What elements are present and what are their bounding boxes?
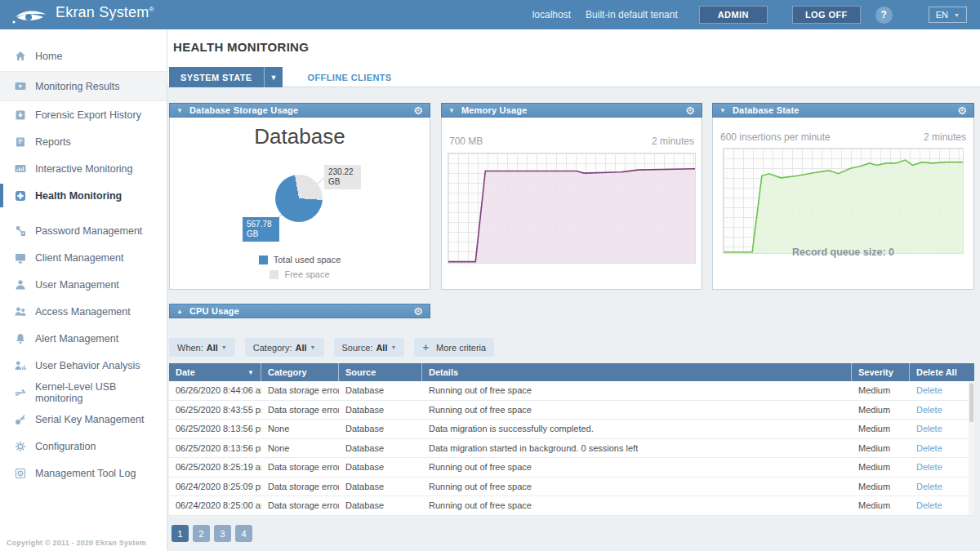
page-button-2[interactable]: 2	[193, 525, 210, 542]
delete-link[interactable]: Delete	[910, 420, 974, 438]
sidebar-item-client-management[interactable]: Client Management	[0, 244, 167, 271]
help-icon[interactable]: ?	[875, 7, 893, 24]
expand-icon[interactable]: ▲	[176, 308, 183, 315]
more-criteria-button[interactable]: +More criteria	[414, 338, 494, 357]
filter-when[interactable]: When:All▼	[169, 338, 235, 357]
column-header-source[interactable]: Source	[339, 363, 422, 381]
sidebar-item-monitoring-results[interactable]: Monitoring Results	[0, 72, 167, 101]
sidebar-item-management-tool-log[interactable]: Management Tool Log	[0, 460, 167, 487]
sidebar-item-label: Serial Key Management	[35, 414, 144, 425]
pagination: 1234	[172, 525, 252, 542]
tab-dropdown-chevron[interactable]: ▼	[264, 67, 283, 87]
table-row[interactable]: 06/25/2020 8:13:56 pmNoneDatabaseData mi…	[169, 420, 974, 439]
panel-cpu-usage-header[interactable]: ▲ CPU Usage ⚙	[169, 304, 430, 318]
x-axis-label: 2 minutes	[924, 131, 966, 143]
page-button-3[interactable]: 3	[214, 525, 231, 542]
cell-category: None	[261, 420, 339, 438]
delete-link[interactable]: Delete	[910, 439, 974, 458]
scrollbar-thumb[interactable]	[969, 383, 973, 422]
column-header-category[interactable]: Category	[261, 363, 339, 381]
cell-source: Database	[339, 439, 422, 458]
chevron-down-icon: ▼	[221, 344, 227, 350]
access-management-icon	[14, 305, 28, 318]
page-button-1[interactable]: 1	[172, 525, 189, 542]
gear-icon[interactable]: ⚙	[413, 105, 423, 116]
gear-icon[interactable]: ⚙	[957, 105, 967, 116]
sidebar-item-home[interactable]: Home	[0, 42, 167, 72]
collapse-icon[interactable]: ▼	[176, 107, 183, 114]
tab-system-state[interactable]: SYSTEM STATE	[169, 67, 264, 87]
sidebar-item-password-management[interactable]: Password Management	[0, 217, 167, 244]
sidebar-item-label: Password Management	[35, 225, 142, 237]
column-header-delete-all[interactable]: Delete All	[910, 363, 974, 381]
panel-memory-usage: ▼ Memory Usage ⚙ 700 MB 2 minutes	[441, 103, 702, 290]
panel-memory-usage-header[interactable]: ▼ Memory Usage ⚙	[441, 103, 702, 118]
panel-cpu-usage: ▲ CPU Usage ⚙	[169, 304, 430, 318]
chevron-down-icon: ▼	[310, 344, 316, 350]
sidebar-item-access-management[interactable]: Access Management	[0, 298, 167, 325]
sidebar-item-user-management[interactable]: User Management	[0, 271, 167, 298]
delete-link[interactable]: Delete	[910, 458, 974, 477]
column-header-severity[interactable]: Severity	[852, 363, 910, 381]
page-button-4[interactable]: 4	[235, 525, 252, 542]
filter-source[interactable]: Source:All▼	[334, 338, 405, 357]
sort-desc-icon[interactable]: ▼	[247, 369, 254, 376]
panel-title: Database State	[733, 105, 800, 115]
filter-category[interactable]: Category:All▼	[245, 338, 324, 357]
sidebar-item-interactive-monitoring[interactable]: Interactive Monitoring	[0, 155, 167, 182]
panel-database-state-header[interactable]: ▼ Database State ⚙	[712, 103, 974, 118]
sidebar-item-kernel-level-usb-monitoring[interactable]: Kernel-Level USB monitoring	[0, 379, 167, 406]
logoff-button[interactable]: LOG OFF	[792, 6, 861, 24]
monitoring-results-icon	[14, 80, 28, 93]
table-row[interactable]: 06/24/2020 8:25:09 pmData storage errorD…	[169, 478, 974, 497]
cell-category: Data storage error	[261, 458, 339, 477]
table-scrollbar[interactable]	[969, 382, 974, 515]
collapse-icon[interactable]: ▼	[719, 107, 726, 114]
used-space-callout: 567.78 GB	[243, 217, 279, 242]
home-icon	[14, 50, 28, 63]
configuration-icon	[14, 440, 28, 453]
table-row[interactable]: 06/25/2020 8:25:19 amData storage errorD…	[169, 458, 974, 478]
tab-offline-clients[interactable]: OFFLINE CLIENTS	[292, 67, 406, 87]
topbar: Ekran System® localhost Built-in default…	[0, 0, 980, 29]
cell-date: 06/26/2020 8:44:06 am	[169, 381, 261, 400]
pie-chart-title: Database	[170, 124, 430, 149]
cell-category: Data storage error	[261, 381, 339, 400]
sidebar-item-reports[interactable]: Reports	[0, 128, 167, 155]
cell-details: Running out of free space	[422, 458, 852, 477]
sidebar-item-configuration[interactable]: Configuration	[0, 433, 167, 460]
copyright-text: Copyright © 2011 - 2020 Ekran System	[7, 539, 146, 547]
gear-icon[interactable]: ⚙	[685, 105, 695, 116]
legend-swatch-used	[259, 256, 268, 264]
delete-link[interactable]: Delete	[910, 401, 974, 420]
table-row[interactable]: 06/26/2020 8:44:06 amData storage errorD…	[169, 381, 974, 401]
sidebar-item-alert-management[interactable]: Alert Management	[0, 325, 167, 352]
delete-link[interactable]: Delete	[910, 478, 974, 496]
panel-database-storage: ▼ Database Storage Usage ⚙ Database 230.…	[169, 103, 430, 290]
tab-bar: SYSTEM STATE ▼ OFFLINE CLIENTS	[169, 67, 407, 87]
gear-icon[interactable]: ⚙	[413, 306, 423, 317]
column-header-details[interactable]: Details	[422, 363, 852, 381]
table-row[interactable]: 06/25/2020 8:43:55 pmData storage errorD…	[169, 401, 974, 420]
sidebar-item-user-behavior-analysis[interactable]: User Behavior Analysis	[0, 352, 167, 379]
sidebar-item-label: Management Tool Log	[35, 468, 136, 479]
pie-chart	[275, 175, 323, 222]
cell-details: Data migration is successfully completed…	[422, 420, 852, 438]
cell-severity: Medium	[852, 496, 910, 515]
table-row[interactable]: 06/25/2020 8:13:56 pmNoneDatabaseData mi…	[169, 439, 974, 459]
delete-link[interactable]: Delete	[910, 496, 974, 515]
sidebar-item-forensic-export-history[interactable]: Forensic Export History	[0, 101, 167, 128]
collapse-icon[interactable]: ▼	[448, 107, 455, 114]
language-select[interactable]: EN▼	[929, 7, 967, 23]
column-header-date[interactable]: Date▼	[169, 363, 261, 381]
admin-button[interactable]: ADMIN	[699, 6, 768, 24]
interactive-monitoring-icon	[14, 162, 28, 176]
table-row[interactable]: 06/24/2020 8:25:00 amData storage errorD…	[169, 496, 974, 516]
panel-memory-usage-body: 700 MB 2 minutes	[441, 118, 702, 290]
panel-database-storage-header[interactable]: ▼ Database Storage Usage ⚙	[169, 103, 430, 118]
sidebar-item-serial-key-management[interactable]: Serial Key Management	[0, 406, 167, 433]
page-title: HEALTH MONITORING	[173, 40, 309, 54]
delete-link[interactable]: Delete	[910, 381, 974, 400]
sidebar-item-health-monitoring[interactable]: Health Monitoring	[0, 182, 167, 209]
cell-date: 06/25/2020 8:43:55 pm	[169, 401, 261, 420]
